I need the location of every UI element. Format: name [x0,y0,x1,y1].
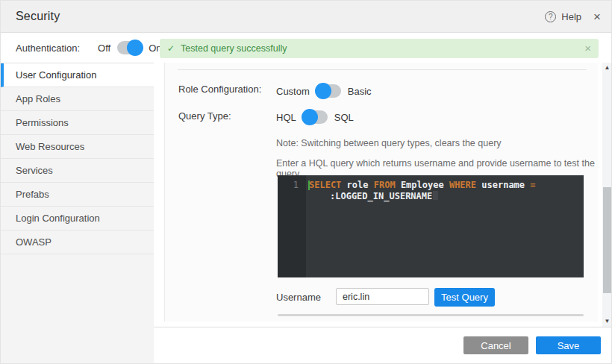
vertical-scrollbar-thumb[interactable] [603,187,611,293]
divider [178,69,587,70]
username-input[interactable] [336,288,429,305]
test-query-button[interactable]: Test Query [434,288,495,307]
role-basic-label: Basic [348,86,372,97]
role-custom-label: Custom [276,86,310,97]
query-type-toggle[interactable] [303,110,328,124]
authentication-label: Authentication: [16,43,80,54]
query-type-label: Query Type: [178,110,231,122]
help-link[interactable]: Help [561,11,581,22]
query-sql-label: SQL [334,112,354,123]
page-title: Security [16,10,60,23]
code-line: SELECT role FROM Employee WHERE username… [309,180,578,191]
cancel-button[interactable]: Cancel [463,336,528,354]
sidebar-item-app-roles[interactable]: App Roles [1,87,154,111]
query-code-editor[interactable]: 1 SELECT role FROM Employee WHERE userna… [278,175,584,277]
username-label: Username [276,292,321,303]
role-configuration-label: Role Configuration: [178,84,261,95]
scroll-down-arrow-icon[interactable]: ▼ [602,317,612,326]
sidebar-item-user-configuration[interactable]: User Configuration [1,63,154,87]
vertical-scrollbar[interactable]: ▲ ▼ [602,63,612,327]
sidebar-nav: User Configuration App Roles Permissions… [1,63,154,364]
toggle-knob [315,83,331,99]
success-banner: ✓ Tested query successfully × [160,39,599,58]
toggle-knob [302,109,318,125]
editor-code-area[interactable]: SELECT role FROM Employee WHERE username… [306,175,584,277]
banner-message: Tested query successfully [181,43,287,54]
sidebar-item-prefabs[interactable]: Prefabs [1,183,154,207]
dialog-footer: Cancel Save [154,327,612,364]
role-configuration-control: Custom Basic [276,83,372,99]
scroll-up-arrow-icon[interactable]: ▲ [602,63,612,72]
query-hql-label: HQL [276,112,296,123]
authentication-toggle[interactable] [117,41,142,54]
security-dialog: Security ? Help × Authentication: Off On… [0,0,612,364]
query-type-control: HQL SQL [276,109,354,125]
dialog-header: Security ? Help × [1,1,612,33]
save-button[interactable]: Save [536,336,601,354]
user-configuration-panel: Role Configuration: Custom Basic Query T… [164,63,598,321]
query-note-text: Note: Switching between query types, cle… [276,138,502,148]
code-line: :LOGGED_IN_USERNAME [309,191,578,202]
sidebar-item-web-resources[interactable]: Web Resources [1,135,154,159]
sidebar-item-permissions[interactable]: Permissions [1,111,154,135]
header-actions: ? Help × [545,11,601,22]
role-configuration-toggle[interactable] [316,84,341,98]
close-icon[interactable]: × [593,11,601,22]
toggle-knob [127,40,143,56]
editor-line-number: 1 [278,175,306,277]
sidebar-item-services[interactable]: Services [1,159,154,183]
sidebar-item-login-configuration[interactable]: Login Configuration [1,207,154,230]
check-icon: ✓ [167,43,175,54]
horizontal-scrollbar-thumb[interactable] [278,314,584,316]
text-cursor [308,181,310,190]
banner-close-icon[interactable]: × [584,44,591,53]
help-icon[interactable]: ? [545,11,556,22]
sidebar-item-owasp[interactable]: OWASP [1,230,154,254]
auth-off-label: Off [98,43,110,54]
